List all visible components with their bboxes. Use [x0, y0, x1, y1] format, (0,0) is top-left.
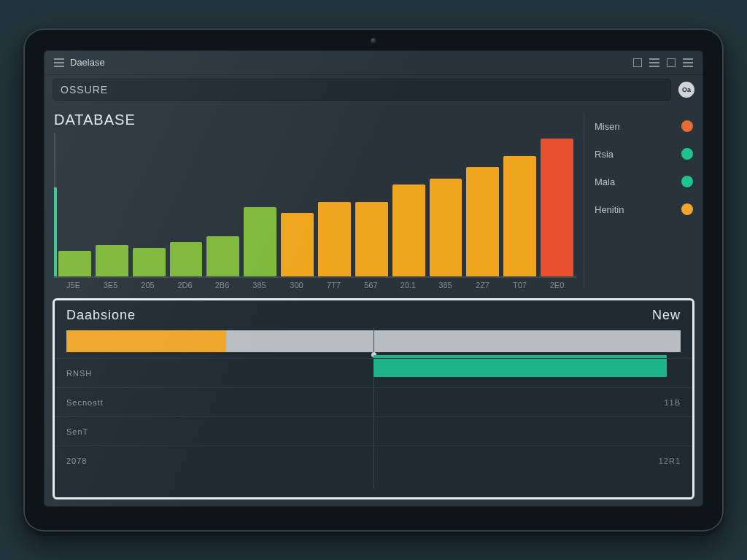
chart-bar: [466, 167, 499, 276]
chart-bar: [244, 207, 276, 276]
legend-item[interactable]: Rsia: [595, 144, 693, 164]
chart-bar: [206, 236, 239, 276]
legend-label: Henitin: [595, 204, 624, 215]
screen: Daelase OSSURE Oa DATABASE: [44, 50, 703, 507]
chart-title: DATABASE: [54, 112, 576, 128]
legend-item[interactable]: Henitin: [595, 199, 693, 219]
chart-bar: [281, 213, 314, 276]
x-tick-label: 567: [355, 281, 387, 289]
chart-bar: [170, 242, 203, 276]
chart-bar: [355, 202, 388, 276]
legend-item[interactable]: Misen: [595, 116, 693, 136]
track-segment: [66, 330, 226, 352]
chart-plot: [54, 133, 576, 278]
new-button[interactable]: New: [652, 308, 681, 323]
chart-bar: [318, 202, 351, 276]
row-label: 2078: [66, 456, 87, 465]
tablet-frame: Daelase OSSURE Oa DATABASE: [23, 28, 724, 532]
toolbar-icon-a[interactable]: [633, 58, 642, 67]
x-tick-label: 385: [243, 281, 276, 289]
track-segment: [226, 330, 681, 352]
legend-item[interactable]: Mala: [595, 171, 693, 192]
x-tick-label: 2Z7: [466, 281, 499, 289]
legend-dot-icon: [681, 176, 693, 187]
row-value: 11B: [664, 398, 681, 407]
y-axis-accent: [54, 187, 57, 276]
toolbar-icon-d[interactable]: [683, 58, 693, 67]
chart-bar: [392, 184, 425, 276]
legend-label: Mala: [595, 176, 615, 187]
chart-area: DATABASE J5E3E52052D62B63853007T756720.1…: [54, 112, 576, 289]
row-label: RNSH: [66, 369, 92, 378]
x-tick-label: 20.1: [392, 281, 425, 289]
chart-bar: [133, 248, 166, 276]
titlebar: Daelase: [44, 50, 703, 75]
toolbar-icon-c[interactable]: [667, 58, 676, 67]
chart-bar: [58, 251, 91, 276]
menu-icon[interactable]: [54, 58, 64, 67]
x-tick-label: 205: [131, 281, 164, 289]
x-tick-label: 300: [280, 281, 313, 289]
legend-dot-icon: [681, 203, 693, 215]
list-item[interactable]: Secnostt11B: [55, 387, 692, 416]
chart-bar: [96, 245, 128, 276]
account-badge-text: Oa: [682, 86, 691, 93]
chart-bar: [430, 179, 462, 276]
chart-bar: [503, 156, 536, 276]
legend-label: Misen: [595, 121, 620, 132]
x-tick-label: T07: [503, 281, 536, 289]
data-rows: RNSHSecnostt11BSenT207812R1: [55, 358, 692, 475]
chart-x-labels: J5E3E52052D62B63853007T756720.13852Z7T07…: [54, 278, 576, 289]
x-tick-label: 2E0: [541, 281, 573, 289]
search-input[interactable]: OSSURE: [53, 79, 671, 101]
chart-bar: [541, 139, 573, 276]
row-value: 12R1: [659, 456, 681, 465]
lower-panel-title: Daabsione: [66, 308, 136, 323]
x-tick-label: 385: [429, 281, 462, 289]
x-tick-label: 2D6: [169, 281, 201, 289]
list-item[interactable]: RNSH: [55, 358, 692, 387]
legend-dot-icon: [681, 148, 693, 160]
row-label: SenT: [66, 427, 88, 436]
front-camera: [371, 38, 376, 44]
row-label: Secnostt: [66, 398, 104, 407]
search-label: OSSURE: [61, 84, 108, 96]
x-tick-label: 2B6: [206, 281, 239, 289]
account-badge[interactable]: Oa: [678, 82, 694, 98]
lower-panel-body: RNSHSecnostt11BSenT207812R1: [55, 327, 692, 497]
lower-panel: Daabsione New RNSHSecnostt11BSenT207812R…: [53, 298, 694, 499]
list-item[interactable]: SenT: [55, 416, 692, 446]
searchrow: OSSURE Oa: [44, 75, 703, 104]
toolbar-icon-b[interactable]: [649, 58, 659, 67]
x-tick-label: J5E: [57, 281, 90, 289]
x-tick-label: 3E5: [94, 281, 127, 289]
legend-dot-icon: [681, 120, 693, 132]
lower-panel-header: Daabsione New: [55, 300, 692, 327]
x-tick-label: 7T7: [317, 281, 350, 289]
chart-legend: MisenRsiaMalaHenitin: [584, 112, 693, 289]
list-item[interactable]: 207812R1: [55, 446, 692, 475]
chart-panel: DATABASE J5E3E52052D62B63853007T756720.1…: [44, 104, 703, 295]
app-title: Daelase: [70, 57, 105, 68]
legend-label: Rsia: [595, 149, 614, 160]
